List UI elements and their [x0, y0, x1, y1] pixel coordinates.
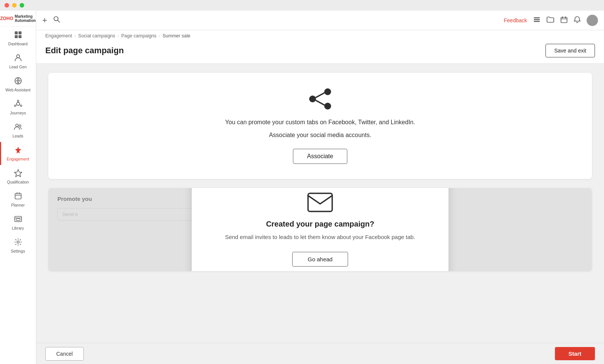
svg-rect-2: [15, 35, 18, 38]
svg-line-24: [58, 20, 60, 22]
svg-point-33: [309, 96, 316, 102]
svg-rect-25: [534, 17, 540, 19]
list-view-icon[interactable]: [533, 16, 541, 25]
save-exit-button[interactable]: Save and exit: [545, 44, 595, 57]
content-area: You can promote your custom tabs on Face…: [36, 64, 604, 343]
leads-icon: [14, 123, 22, 132]
sidebar-label-qualification: Qualification: [7, 180, 29, 184]
associate-description-2: Associate your social media accounts.: [57, 130, 583, 140]
app-logo: ZOHO Marketing Automation: [0, 11, 36, 27]
close-button[interactable]: [5, 3, 9, 8]
settings-icon: [14, 238, 22, 247]
sidebar-label-web-assistant: Web Assistant: [5, 88, 30, 92]
svg-rect-0: [15, 31, 18, 34]
svg-point-23: [54, 17, 58, 21]
sidebar-label-planner: Planner: [11, 203, 25, 207]
svg-rect-37: [308, 193, 332, 211]
breadcrumb-social-campaigns[interactable]: Social campaigns: [78, 33, 115, 39]
sidebar-item-web-assistant[interactable]: Web Assistant: [0, 73, 36, 96]
svg-point-7: [17, 100, 19, 102]
sidebar-item-engagement[interactable]: Engagement: [0, 142, 36, 165]
right-panel: + Feedback: [36, 11, 604, 364]
sidebar: ZOHO Marketing Automation Dashboard Lead…: [0, 11, 36, 364]
svg-rect-21: [16, 219, 20, 221]
sidebar-item-planner[interactable]: Planner: [0, 188, 36, 211]
modal-title: Created your page campaign?: [207, 220, 433, 228]
associate-button[interactable]: Associate: [293, 149, 347, 164]
breadcrumb-sep-2: ›: [117, 33, 119, 39]
svg-point-9: [14, 105, 16, 106]
cancel-button[interactable]: Cancel: [45, 347, 84, 361]
engagement-icon: [14, 146, 22, 155]
svg-point-34: [324, 103, 331, 110]
top-nav-plus[interactable]: +: [42, 15, 47, 25]
calendar-icon[interactable]: [560, 16, 568, 25]
sidebar-item-leads[interactable]: Leads: [0, 119, 36, 142]
journeys-icon: [14, 100, 22, 109]
page-title: Edit page campaign: [45, 46, 124, 56]
svg-rect-26: [534, 19, 540, 20]
user-avatar[interactable]: [587, 15, 598, 26]
logo-zoho: ZOHO: [0, 16, 13, 21]
sidebar-label-engagement: Engagement: [7, 157, 29, 161]
envelope-icon: [207, 193, 433, 212]
sidebar-item-dashboard[interactable]: Dashboard: [0, 27, 36, 50]
planner-icon: [14, 192, 22, 201]
svg-line-36: [316, 100, 324, 105]
sidebar-label-dashboard: Dashboard: [8, 42, 28, 46]
breadcrumb-sep-3: ›: [159, 33, 160, 39]
svg-rect-28: [561, 17, 567, 23]
svg-point-14: [19, 125, 21, 127]
sidebar-item-library[interactable]: Library: [0, 211, 36, 234]
search-icon[interactable]: [53, 16, 60, 25]
breadcrumb: Engagement › Social campaigns › Page cam…: [45, 33, 595, 40]
page-title-row: Edit page campaign Save and exit: [45, 40, 595, 63]
sidebar-label-library: Library: [12, 226, 24, 230]
svg-point-4: [17, 55, 20, 58]
svg-point-13: [15, 124, 18, 127]
minimize-button[interactable]: [12, 3, 17, 8]
app-name: Marketing Automation: [15, 14, 36, 23]
go-ahead-button[interactable]: Go ahead: [292, 252, 348, 267]
sidebar-item-settings[interactable]: Settings: [0, 234, 36, 257]
sidebar-item-journeys[interactable]: Journeys: [0, 96, 36, 119]
web-assistant-icon: [14, 77, 22, 86]
breadcrumb-summer-sale: Summer sale: [163, 33, 191, 39]
svg-line-11: [19, 105, 20, 106]
svg-marker-15: [14, 170, 22, 177]
svg-line-12: [16, 105, 17, 106]
breadcrumb-page-campaigns[interactable]: Page campaigns: [121, 33, 156, 39]
svg-rect-16: [15, 193, 21, 199]
share-icon: [57, 88, 583, 110]
dashboard-icon: [14, 31, 22, 40]
email-invite-modal: Created your page campaign? Send email i…: [192, 188, 448, 271]
sidebar-label-lead-gen: Lead Gen: [9, 65, 26, 69]
page-header-bg: Engagement › Social campaigns › Page cam…: [36, 30, 604, 64]
svg-point-22: [17, 241, 19, 243]
svg-rect-20: [15, 216, 22, 222]
svg-rect-1: [18, 31, 22, 34]
start-button[interactable]: Start: [555, 347, 595, 360]
bottom-bar: Cancel Start: [36, 343, 604, 364]
folder-icon[interactable]: [547, 16, 554, 25]
svg-point-32: [324, 88, 331, 95]
top-nav: + Feedback: [36, 11, 604, 30]
breadcrumb-sep-1: ›: [74, 33, 76, 39]
promote-card-partial: Promote you Send e Created your page cam…: [48, 188, 592, 271]
lead-gen-icon: [14, 54, 22, 63]
breadcrumb-engagement[interactable]: Engagement: [45, 33, 72, 39]
feedback-link[interactable]: Feedback: [504, 17, 527, 23]
associate-social-card: You can promote your custom tabs on Face…: [48, 73, 592, 179]
svg-rect-3: [18, 35, 22, 38]
sidebar-label-leads: Leads: [12, 134, 23, 138]
bell-icon[interactable]: [574, 16, 581, 25]
svg-point-6: [17, 102, 20, 105]
modal-overlay: Created your page campaign? Send email i…: [48, 188, 592, 271]
sidebar-item-qualification[interactable]: Qualification: [0, 165, 36, 188]
title-bar: [0, 0, 604, 11]
sidebar-item-lead-gen[interactable]: Lead Gen: [0, 50, 36, 73]
top-nav-left: +: [42, 15, 60, 25]
maximize-button[interactable]: [20, 3, 24, 8]
app-shell: ZOHO Marketing Automation Dashboard Lead…: [0, 11, 604, 364]
library-icon: [14, 215, 22, 224]
